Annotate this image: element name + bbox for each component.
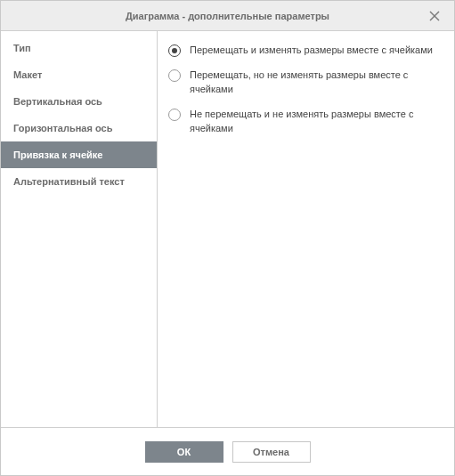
dialog-title: Диаграмма - дополнительные параметры — [126, 11, 329, 21]
close-button[interactable] — [424, 1, 445, 31]
dialog-body: Тип Макет Вертикальная ось Горизонтальна… — [1, 31, 454, 427]
radio-icon — [168, 109, 181, 121]
sidebar-item-label: Горизонтальная ось — [13, 123, 112, 133]
dialog-chart-advanced: Диаграмма - дополнительные параметры Тип… — [0, 0, 455, 476]
radio-move-and-size[interactable]: Перемещать и изменять размеры вместе с я… — [168, 44, 445, 58]
sidebar-item-label: Вертикальная ось — [13, 96, 102, 107]
radio-move-not-size[interactable]: Перемещать, но не изменять размеры вмест… — [168, 69, 445, 97]
sidebar-item-label: Макет — [13, 69, 42, 80]
radio-icon — [168, 69, 181, 82]
sidebar-item-alt-text[interactable]: Альтернативный текст — [1, 168, 157, 195]
sidebar-item-label: Тип — [13, 43, 31, 53]
content-panel: Перемещать и изменять размеры вместе с я… — [158, 31, 454, 427]
sidebar-item-horizontal-axis[interactable]: Горизонтальная ось — [1, 115, 157, 141]
sidebar-item-label: Привязка к ячейке — [13, 149, 102, 160]
ok-button[interactable]: ОК — [145, 441, 223, 463]
sidebar-item-layout[interactable]: Макет — [1, 61, 157, 88]
sidebar-item-cell-snapping[interactable]: Привязка к ячейке — [1, 141, 157, 168]
radio-label: Перемещать и изменять размеры вместе с я… — [190, 44, 433, 58]
sidebar-item-type[interactable]: Тип — [1, 35, 157, 61]
cancel-button[interactable]: Отмена — [232, 441, 311, 463]
titlebar: Диаграмма - дополнительные параметры — [1, 1, 454, 31]
radio-icon — [168, 44, 181, 57]
close-icon — [429, 11, 440, 21]
sidebar: Тип Макет Вертикальная ось Горизонтальна… — [1, 31, 158, 427]
radio-label: Перемещать, но не изменять размеры вмест… — [190, 69, 445, 97]
sidebar-item-vertical-axis[interactable]: Вертикальная ось — [1, 88, 157, 115]
radio-label: Не перемещать и не изменять размеры вмес… — [190, 108, 445, 136]
radio-dont-move-or-size[interactable]: Не перемещать и не изменять размеры вмес… — [168, 108, 445, 136]
sidebar-item-label: Альтернативный текст — [13, 176, 125, 187]
footer: ОК Отмена — [1, 427, 454, 475]
